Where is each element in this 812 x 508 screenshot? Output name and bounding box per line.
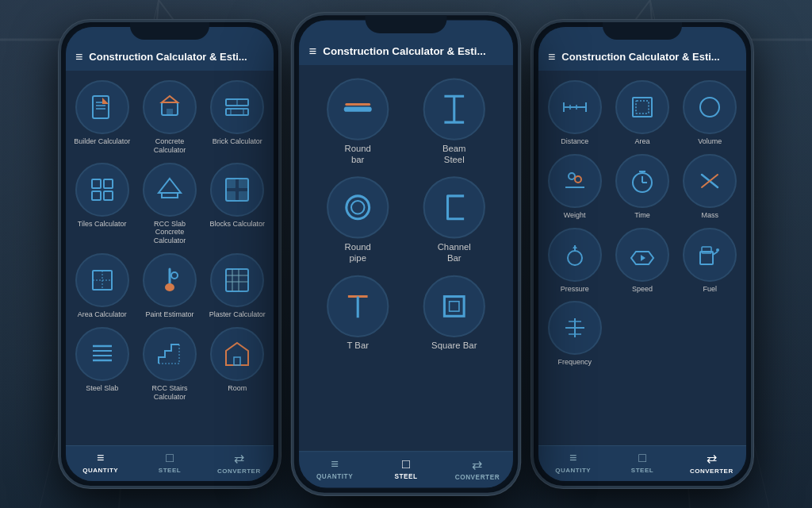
list-item[interactable]: Time bbox=[612, 154, 672, 220]
t-bar-label: T Bar bbox=[347, 341, 369, 352]
list-item[interactable]: Roundpipe bbox=[316, 177, 400, 264]
pressure-icon bbox=[548, 228, 602, 282]
app-title-left: Construction Calculator & Esti... bbox=[89, 51, 264, 63]
svg-point-86 bbox=[716, 248, 719, 252]
hamburger-icon-center[interactable]: ≡ bbox=[308, 44, 316, 59]
list-item[interactable]: Area Calculator bbox=[72, 253, 132, 319]
beam-steel-icon bbox=[423, 79, 485, 140]
list-item[interactable]: Blocks Calculator bbox=[208, 163, 267, 245]
list-item[interactable]: ChannelBar bbox=[412, 177, 496, 264]
svg-marker-82 bbox=[641, 255, 645, 261]
nav-quantity-center[interactable]: ≡ QUANTITY bbox=[299, 456, 370, 481]
list-item[interactable]: Fuel bbox=[680, 228, 740, 294]
svg-rect-48 bbox=[234, 357, 240, 365]
app-content-right: Distance Area Volume bbox=[538, 71, 746, 445]
list-item[interactable]: Builder Calculator bbox=[72, 80, 132, 155]
list-item[interactable]: BeamSteel bbox=[412, 79, 496, 166]
list-item[interactable]: Frequency bbox=[545, 301, 604, 367]
app-content-center: Roundbar BeamSteel Roundpipe bbox=[299, 65, 513, 451]
list-item[interactable]: RCC Stairs Calculator bbox=[140, 327, 199, 402]
svg-rect-24 bbox=[104, 191, 113, 200]
svg-point-69 bbox=[575, 176, 581, 183]
app-title-right: Construction Calculator & Esti... bbox=[561, 51, 737, 63]
list-item[interactable]: RCC Slab Concrete Calculator bbox=[140, 163, 199, 245]
steel-slab-icon bbox=[75, 327, 129, 381]
list-item[interactable]: Paint Estimator bbox=[140, 253, 199, 319]
svg-rect-38 bbox=[226, 269, 248, 291]
nav-steel-right[interactable]: □ STEEL bbox=[607, 451, 676, 475]
nav-converter-right[interactable]: ⇄ CONVERTER bbox=[677, 451, 746, 475]
list-item[interactable]: Area bbox=[612, 80, 672, 146]
bottom-nav-right: ≡ QUANTITY □ STEEL ⇄ CONVERTER bbox=[538, 445, 746, 481]
distance-icon bbox=[548, 80, 602, 134]
room-icon bbox=[210, 327, 264, 381]
list-item[interactable]: Mass bbox=[680, 154, 740, 220]
list-item[interactable]: Concrete Calculator bbox=[140, 80, 199, 155]
list-item[interactable]: Room bbox=[208, 327, 267, 402]
list-item[interactable]: Weight bbox=[545, 154, 604, 220]
steel-nav-label: STEEL bbox=[159, 467, 181, 474]
svg-rect-15 bbox=[167, 109, 173, 115]
paint-estimator-icon bbox=[143, 253, 197, 307]
list-item[interactable]: Roundbar bbox=[316, 79, 400, 166]
svg-rect-22 bbox=[104, 179, 113, 188]
room-label: Room bbox=[228, 384, 247, 393]
svg-point-37 bbox=[171, 272, 178, 279]
svg-rect-31 bbox=[239, 191, 248, 201]
quantity-nav-icon-r: ≡ bbox=[569, 451, 576, 465]
nav-converter-left[interactable]: ⇄ CONVERTER bbox=[205, 451, 274, 475]
list-item[interactable]: Brick Calculator bbox=[208, 80, 267, 155]
list-item[interactable]: Steel Slab bbox=[72, 327, 132, 402]
svg-rect-8 bbox=[93, 96, 109, 118]
pressure-label: Pressure bbox=[561, 285, 589, 294]
channel-bar-label: ChannelBar bbox=[438, 242, 471, 264]
square-bar-label: Square Bar bbox=[431, 341, 477, 352]
steel-nav-label-r: STEEL bbox=[631, 467, 653, 474]
phone-screen-center: ≡ Construction Calculator & Esti... Roun… bbox=[299, 20, 513, 487]
nav-quantity-right[interactable]: ≡ QUANTITY bbox=[538, 451, 607, 475]
converter-nav-icon-r: ⇄ bbox=[707, 451, 717, 466]
svg-rect-21 bbox=[92, 179, 101, 188]
svg-marker-12 bbox=[102, 98, 109, 104]
list-item[interactable]: Plaster Calculator bbox=[208, 253, 267, 319]
plaster-calculator-icon bbox=[210, 253, 264, 307]
beam-steel-label: BeamSteel bbox=[442, 144, 466, 165]
list-item[interactable]: Distance bbox=[545, 80, 604, 146]
weight-icon bbox=[548, 154, 602, 208]
converter-nav-label-c: CONVERTER bbox=[455, 474, 500, 481]
list-item[interactable]: Pressure bbox=[545, 228, 604, 294]
converter-nav-label: CONVERTER bbox=[217, 468, 261, 475]
hamburger-icon-right[interactable]: ≡ bbox=[548, 50, 555, 64]
area-calculator-label: Area Calculator bbox=[78, 310, 127, 319]
list-item[interactable]: Square Bar bbox=[412, 275, 496, 352]
app-content-left: Builder Calculator Concrete Calculator B… bbox=[66, 71, 274, 445]
list-item[interactable]: T Bar bbox=[316, 275, 400, 352]
hamburger-icon-left[interactable]: ≡ bbox=[75, 50, 82, 64]
phone-notch-center bbox=[366, 15, 447, 33]
svg-rect-28 bbox=[226, 179, 236, 188]
list-item[interactable]: Tiles Calculator bbox=[72, 163, 132, 245]
items-grid-left: Builder Calculator Concrete Calculator B… bbox=[72, 80, 267, 401]
rcc-stairs-icon bbox=[143, 327, 197, 381]
builder-calculator-icon bbox=[75, 80, 129, 134]
area-conv-icon bbox=[615, 80, 669, 134]
rcc-slab-label: RCC Slab Concrete Calculator bbox=[140, 220, 199, 245]
nav-steel-left[interactable]: □ STEEL bbox=[135, 451, 204, 475]
mass-icon bbox=[683, 154, 737, 208]
area-conv-label: Area bbox=[634, 137, 649, 146]
steel-nav-icon: □ bbox=[166, 451, 174, 465]
weight-label: Weight bbox=[564, 211, 586, 220]
steel-nav-icon-c: □ bbox=[402, 456, 410, 471]
nav-converter-center[interactable]: ⇄ CONVERTER bbox=[442, 456, 513, 481]
volume-label: Volume bbox=[698, 137, 722, 146]
list-item[interactable]: Volume bbox=[680, 80, 740, 146]
svg-point-67 bbox=[700, 98, 719, 117]
list-item[interactable]: Speed bbox=[612, 228, 672, 294]
nav-steel-center[interactable]: □ STEEL bbox=[370, 456, 442, 481]
converter-nav-label-r: CONVERTER bbox=[690, 468, 733, 475]
speed-label: Speed bbox=[632, 285, 653, 294]
phone-notch-right bbox=[603, 22, 682, 40]
nav-quantity-left[interactable]: ≡ QUANTITY bbox=[66, 451, 135, 475]
quantity-nav-icon: ≡ bbox=[97, 451, 104, 465]
phone-screen-right: ≡ Construction Calculator & Esti... Dist… bbox=[538, 27, 746, 481]
